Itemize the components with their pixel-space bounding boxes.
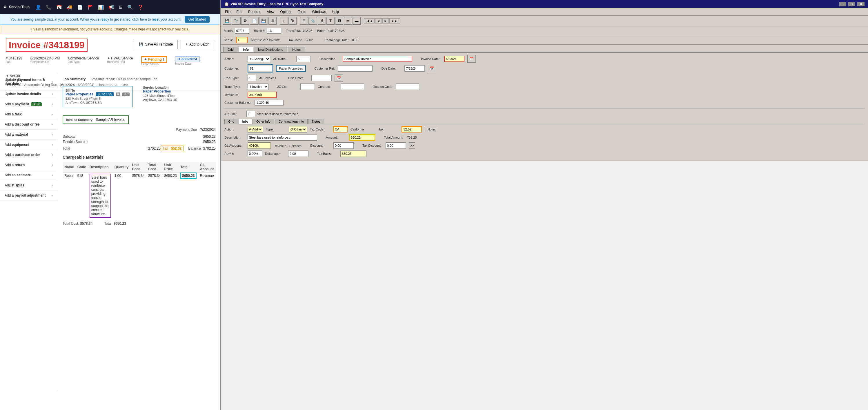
menu-edit[interactable]: Edit (234, 9, 245, 14)
line-tab-grid[interactable]: Grid (224, 119, 238, 124)
tab-grid[interactable]: Grid (223, 47, 238, 52)
invoice-date-calendar-btn[interactable]: 📅 (467, 55, 476, 63)
menu-options[interactable]: Options (277, 9, 295, 14)
contract-input[interactable] (341, 84, 364, 90)
trans-type-select[interactable]: I-Invoice (248, 84, 269, 90)
toolbar-redo-btn[interactable]: ↻ (288, 17, 297, 25)
ar-line-input[interactable] (246, 111, 255, 117)
toolbar-delete-btn[interactable]: 🗑 (269, 17, 277, 25)
nav-icon-calendar[interactable]: 📅 (56, 4, 62, 10)
toolbar-doc-btn[interactable]: 📄 (250, 17, 258, 25)
nav-icon-doc[interactable]: 📄 (77, 4, 83, 10)
toolbar-divider-btn[interactable]: ═ (344, 17, 352, 25)
month-input[interactable] (235, 28, 249, 34)
add-return-item[interactable]: Add a return › (0, 160, 58, 170)
expand-button[interactable]: >> (409, 143, 415, 149)
tab-notes[interactable]: Notes (288, 47, 305, 52)
jc-co-input[interactable] (300, 84, 315, 90)
line-tab-other-info[interactable]: Other Info (252, 119, 274, 124)
nav-icon-truck[interactable]: 🚚 (67, 4, 72, 10)
update-payment-terms-item[interactable]: Update payment terms & due date › (0, 75, 58, 89)
reason-code-input[interactable] (396, 84, 419, 90)
discount-input[interactable] (333, 143, 354, 149)
add-estimate-item[interactable]: Add an estimate › (0, 170, 58, 180)
tab-info[interactable]: Info (239, 47, 253, 52)
tax-code-input[interactable] (333, 126, 348, 132)
nav-icon-user[interactable]: 👤 (35, 4, 41, 10)
nav-icon-phone[interactable]: 📞 (46, 4, 52, 10)
erp-maximize-button[interactable]: □ (848, 2, 855, 6)
erp-minimize-button[interactable]: ─ (839, 2, 846, 6)
toolbar-next-btn[interactable]: ► (382, 18, 389, 24)
batch-input[interactable] (267, 28, 281, 34)
toolbar-divider2-btn[interactable]: ▬ (352, 17, 361, 25)
toolbar-last-btn[interactable]: ►►| (390, 18, 400, 24)
gl-account-input[interactable] (248, 143, 271, 149)
due-date-input[interactable] (404, 65, 425, 72)
erp-close-button[interactable]: ✕ (857, 2, 865, 6)
nav-icon-grid[interactable]: ⊞ (119, 4, 123, 10)
disc-date-calendar-btn[interactable]: 📅 (335, 74, 343, 82)
invoice-num-input[interactable] (248, 92, 277, 98)
action-select[interactable]: C-Chang. (248, 56, 270, 62)
toolbar-text-btn[interactable]: T (327, 17, 335, 25)
menu-help[interactable]: Help (329, 9, 342, 14)
toolbar-save-btn[interactable]: 💾 (223, 17, 231, 25)
update-invoice-details-item[interactable]: Update invoice details › (0, 89, 58, 99)
customer-balance-input[interactable] (254, 100, 283, 105)
toolbar-undo-btn[interactable]: ↩ (280, 17, 288, 25)
toolbar-monitor-btn[interactable]: 🖥 (335, 17, 343, 25)
add-discount-item[interactable]: Add a discount or fee › (0, 120, 58, 130)
add-payment-item[interactable]: Add a payment $0.00 › (0, 99, 58, 109)
menu-tools[interactable]: Tools (295, 9, 309, 14)
seq-input[interactable] (236, 37, 248, 43)
toolbar-first-btn[interactable]: |◄◄ (364, 18, 375, 24)
line-action-select[interactable]: A-Add (248, 126, 263, 132)
nav-icon-help[interactable]: ❓ (138, 4, 144, 10)
tax-value-input[interactable] (402, 126, 422, 132)
add-task-item[interactable]: Add a task › (0, 109, 58, 120)
menu-records[interactable]: Records (245, 9, 264, 14)
add-purchase-order-item[interactable]: Add a purchase order › (0, 150, 58, 160)
due-date-calendar-btn[interactable]: 📅 (428, 65, 436, 72)
customer-ref-input[interactable] (338, 65, 373, 72)
ret-pct-input[interactable] (248, 151, 262, 157)
add-to-batch-button[interactable]: + Add to Batch (181, 40, 214, 49)
toolbar-print-btn[interactable]: 🖨 (318, 17, 326, 25)
add-material-item[interactable]: Add a material › (0, 130, 58, 140)
toolbar-attach-btn[interactable]: 📎 (308, 17, 317, 25)
amount-input[interactable] (349, 134, 375, 140)
toolbar-binoculars-btn[interactable]: 🔭 (232, 17, 241, 25)
nav-icon-chart[interactable]: 📊 (98, 4, 104, 10)
line-tab-contract-item[interactable]: Contract Item Info (275, 119, 308, 124)
tax-basis-input[interactable] (340, 151, 367, 157)
nav-icon-megaphone[interactable]: 📢 (108, 4, 114, 10)
add-equipment-item[interactable]: Add equipment › (0, 140, 58, 150)
nav-icon-flag[interactable]: 🚩 (88, 4, 93, 10)
save-as-template-button[interactable]: 💾 Save As Template (134, 40, 178, 49)
menu-view[interactable]: View (264, 9, 277, 14)
nav-icon-search[interactable]: 🔍 (127, 4, 133, 10)
get-started-button[interactable]: Get Started (185, 16, 209, 23)
toolbar-grid-btn[interactable]: ⊞ (300, 17, 308, 25)
description-input[interactable] (343, 56, 412, 62)
add-payroll-adjustment-item[interactable]: Add a payroll adjustment › (0, 190, 58, 201)
tab-misc-distributions[interactable]: Misc Distributions (254, 47, 287, 52)
menu-windows[interactable]: Windows (309, 9, 329, 14)
toolbar-floppy-btn[interactable]: 💾 (259, 17, 268, 25)
line-description-input[interactable] (248, 134, 317, 140)
adjust-splits-item[interactable]: Adjust splits › (0, 180, 58, 190)
retainage-input[interactable] (288, 151, 308, 157)
line-type-select[interactable]: O-Other (289, 126, 307, 132)
disc-date-input[interactable] (311, 75, 332, 81)
line-tab-info[interactable]: Info (239, 119, 252, 124)
artrans-input[interactable] (296, 56, 311, 62)
line-tab-notes[interactable]: Notes (308, 119, 324, 124)
rec-type-input[interactable] (248, 75, 256, 81)
invoice-date-input[interactable] (444, 56, 464, 62)
menu-file[interactable]: File (222, 9, 234, 14)
tax-discount-input[interactable] (385, 143, 406, 149)
customer-input[interactable] (249, 66, 272, 71)
toolbar-prev-btn[interactable]: ◄ (375, 18, 382, 24)
toolbar-settings-btn[interactable]: ⚙ (241, 17, 249, 25)
